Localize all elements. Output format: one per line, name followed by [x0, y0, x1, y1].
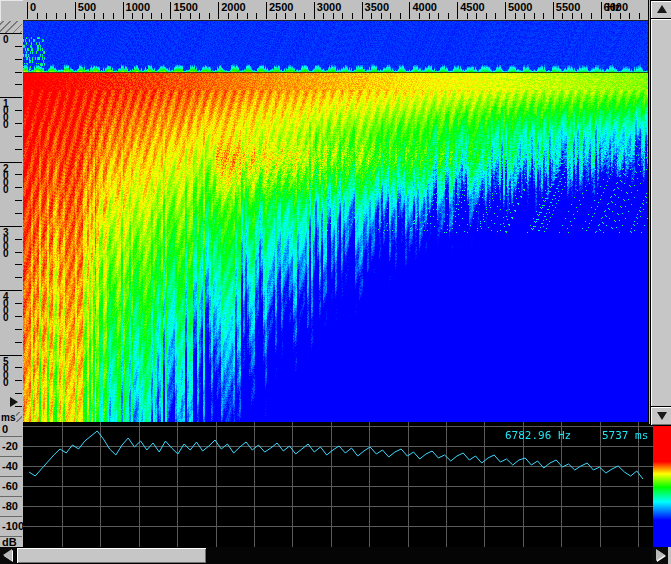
app-window: Hz 0500100015002000250030003500400045005… — [0, 0, 671, 564]
ruler-tick-major — [170, 2, 171, 19]
db-axis-label: -20 — [0, 436, 22, 456]
time-tick-minor — [15, 110, 22, 111]
ruler-tick-minor — [304, 13, 305, 19]
arrow-up-icon — [657, 5, 667, 13]
ruler-tick-minor — [486, 13, 487, 19]
ruler-tick-major — [314, 2, 315, 19]
vertical-scrollbar-thumb[interactable] — [650, 18, 671, 408]
time-tick-label: 2 0 0 0 — [3, 165, 9, 193]
ruler-tick-minor — [419, 13, 420, 19]
time-tick-minor — [15, 252, 22, 253]
time-tick-minor — [15, 239, 22, 240]
horizontal-scrollbar-thumb[interactable] — [16, 547, 207, 564]
color-scale-bar — [653, 425, 671, 547]
ruler-tick-minor — [448, 13, 449, 19]
time-tick-minor — [15, 329, 22, 330]
readout-time: 5737 ms — [602, 429, 648, 442]
ruler-tick-minor — [629, 13, 630, 19]
time-tick-minor — [15, 277, 22, 278]
time-tick-label: 1 0 0 0 — [3, 100, 9, 128]
ruler-tick-minor — [56, 13, 57, 19]
time-tick-minor — [15, 59, 22, 60]
horizontal-scrollbar[interactable] — [0, 547, 671, 564]
vertical-scrollbar[interactable] — [648, 0, 671, 424]
ruler-tick-label: 3000 — [317, 1, 341, 13]
ruler-tick-minor — [610, 13, 611, 19]
scroll-left-button[interactable] — [0, 547, 16, 564]
ruler-tick-label: 1500 — [173, 1, 197, 13]
ruler-tick-minor — [620, 13, 621, 19]
db-unit-label: dB — [0, 536, 22, 548]
time-tick-minor — [15, 380, 22, 381]
ruler-tick-label: 2500 — [269, 1, 293, 13]
ruler-tick-minor — [352, 13, 353, 19]
ruler-tick-minor — [161, 13, 162, 19]
scroll-right-button[interactable] — [652, 547, 668, 564]
time-tick-minor — [15, 200, 22, 201]
ruler-tick-minor — [562, 13, 563, 19]
ruler-tick-minor — [276, 13, 277, 19]
scroll-down-button[interactable] — [650, 406, 671, 426]
time-tick-minor — [15, 303, 22, 304]
axis-hatch-top — [0, 21, 22, 33]
arrow-down-icon — [657, 412, 667, 420]
ruler-tick-minor — [151, 13, 152, 19]
ruler-tick-minor — [103, 13, 104, 19]
time-tick-minor — [15, 367, 22, 368]
time-tick-minor — [15, 393, 22, 394]
ruler-tick-minor — [534, 13, 535, 19]
ruler-tick-label: 4000 — [412, 1, 436, 13]
ruler-tick-major — [362, 2, 363, 19]
ruler-tick-minor — [46, 13, 47, 19]
ruler-tick-label: 6000 — [604, 1, 628, 13]
ruler-tick-label: 1000 — [126, 1, 150, 13]
time-tick-label: 3 0 0 0 — [3, 229, 9, 257]
time-tick-minor — [15, 213, 22, 214]
time-tick-minor — [15, 264, 22, 265]
ruler-tick-minor — [256, 13, 257, 19]
ruler-tick-minor — [476, 13, 477, 19]
spectrogram-canvas[interactable] — [23, 21, 648, 422]
ruler-tick-minor — [65, 13, 66, 19]
ruler-tick-minor — [381, 13, 382, 19]
db-axis-label: -40 — [0, 456, 22, 476]
ruler-tick-major — [601, 2, 602, 19]
time-tick-minor — [15, 187, 22, 188]
db-axis-label: -80 — [0, 496, 22, 516]
ruler-tick-minor — [400, 13, 401, 19]
time-tick-minor — [15, 149, 22, 150]
ruler-tick-minor — [572, 13, 573, 19]
db-axis-label: 0 — [0, 422, 22, 436]
ruler-tick-minor — [639, 13, 640, 19]
scroll-up-button[interactable] — [650, 0, 671, 20]
arrow-right-icon — [656, 549, 665, 561]
readout-frequency: 6782.96 Hz — [505, 429, 571, 442]
ruler-tick-major — [505, 2, 506, 19]
time-tick-minor — [15, 123, 22, 124]
ruler-tick-minor — [371, 13, 372, 19]
ruler-tick-label: 5500 — [556, 1, 580, 13]
frequency-ruler: Hz 0500100015002000250030003500400045005… — [23, 0, 648, 21]
ruler-tick-minor — [429, 13, 430, 19]
time-tick-label: 5 0 0 0 — [3, 358, 9, 386]
ruler-tick-major — [27, 2, 28, 19]
ruler-tick-major — [218, 2, 219, 19]
ruler-tick-label: 3500 — [365, 1, 389, 13]
ruler-tick-major — [75, 2, 76, 19]
db-axis-label: -60 — [0, 476, 22, 496]
time-tick-minor — [15, 84, 22, 85]
ruler-tick-minor — [180, 13, 181, 19]
ruler-tick-major — [457, 2, 458, 19]
ruler-corner — [0, 0, 24, 22]
ruler-tick-minor — [591, 13, 592, 19]
ruler-tick-minor — [467, 13, 468, 19]
ruler-tick-minor — [209, 13, 210, 19]
ruler-tick-minor — [495, 13, 496, 19]
ruler-tick-minor — [237, 13, 238, 19]
ruler-tick-label: 4500 — [460, 1, 484, 13]
ruler-tick-minor — [342, 13, 343, 19]
ruler-tick-major — [123, 2, 124, 19]
time-tick-minor — [15, 406, 22, 407]
ruler-tick-minor — [323, 13, 324, 19]
ruler-tick-minor — [438, 13, 439, 19]
